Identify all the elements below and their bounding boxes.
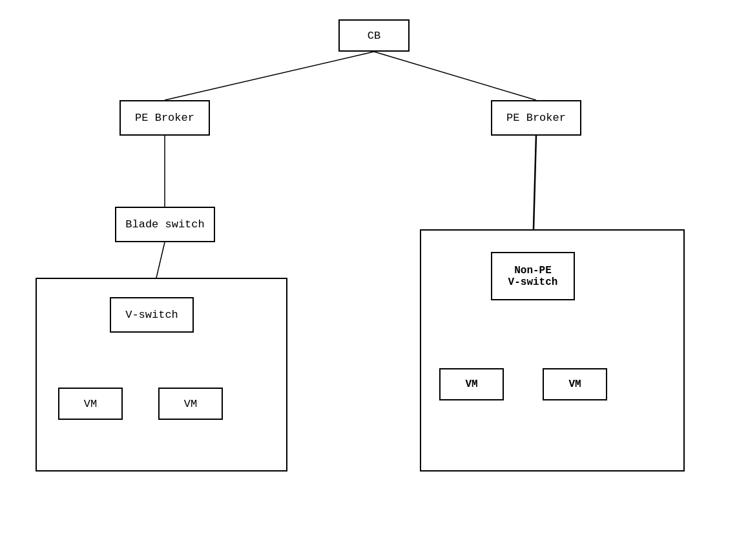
vswitch-left-node: V-switch <box>110 297 194 333</box>
blade-switch-label: Blade switch <box>125 218 204 231</box>
nonpe-vswitch-node: Non-PEV-switch <box>491 252 575 300</box>
cb-label: CB <box>368 30 380 42</box>
vswitch-left-label: V-switch <box>125 309 178 321</box>
nonpe-vswitch-label: Non-PEV-switch <box>508 265 558 288</box>
vm-left1-label: VM <box>84 398 97 410</box>
svg-line-0 <box>165 52 374 100</box>
cb-node: CB <box>338 19 410 52</box>
diagram: CB PE Broker PE Broker Blade switch V-sw… <box>0 0 748 560</box>
vm-right2-node: VM <box>543 368 607 400</box>
pe-broker-right-node: PE Broker <box>491 100 581 136</box>
vm-right2-label: VM <box>568 379 581 390</box>
svg-line-1 <box>374 52 536 100</box>
vm-left2-node: VM <box>158 388 223 420</box>
pe-broker-left-node: PE Broker <box>119 100 210 136</box>
vm-right1-label: VM <box>465 379 477 390</box>
pe-broker-left-label: PE Broker <box>135 112 194 124</box>
pe-broker-right-label: PE Broker <box>506 112 566 124</box>
blade-switch-node: Blade switch <box>115 207 215 242</box>
vm-left2-label: VM <box>184 398 197 410</box>
vm-left1-node: VM <box>58 388 123 420</box>
vm-right1-node: VM <box>439 368 504 400</box>
